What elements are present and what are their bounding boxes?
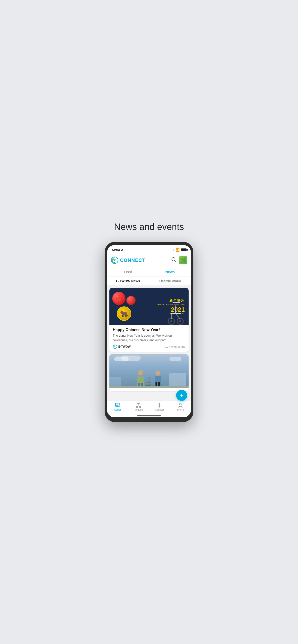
navigation-arrow-icon (121, 248, 123, 252)
author-logo-icon (113, 344, 117, 349)
svg-point-32 (180, 403, 181, 405)
tab-feed[interactable]: Feed (107, 267, 149, 276)
svg-point-30 (139, 406, 140, 408)
svg-rect-29 (137, 406, 140, 406)
phone-screen: 13:54 📶 (107, 245, 191, 417)
scooter-icon (136, 402, 141, 408)
battery-icon (181, 248, 187, 251)
author-name: E-TWOW (118, 345, 130, 348)
cloud-decor-2 (121, 356, 140, 361)
cny-decorations: 🔴 (112, 292, 135, 305)
svg-point-15 (180, 321, 181, 322)
nav-item-social[interactable]: Social (107, 402, 128, 411)
status-icons: 📶 (173, 248, 187, 252)
news-card-cny: 🔴 🐂 新年快乐 HAPPY CHINESE NEW YEAR 2021 (109, 288, 189, 352)
card-image-cny: 🔴 🐂 新年快乐 HAPPY CHINESE NEW YEAR 2021 (109, 288, 189, 325)
tab-electric-world[interactable]: Electric World (149, 276, 191, 285)
nav-item-connect[interactable]: Connect (149, 402, 170, 411)
ox-icon: 🐂 (117, 306, 131, 321)
home-bar (137, 416, 161, 416)
home-indicator (107, 414, 191, 417)
signal-dot-icon (173, 250, 174, 250)
nav-label-social: Social (114, 408, 121, 411)
nav-label-connect: Connect (155, 408, 164, 411)
wifi-icon: 📶 (175, 248, 180, 252)
bottom-nav: Social Products (107, 401, 191, 414)
social-icon (115, 402, 120, 408)
svg-rect-23 (115, 403, 120, 406)
person-1 (137, 370, 144, 388)
avatar[interactable]: 🌿 (179, 256, 187, 264)
card-time-cny: 10 month(s) ago (165, 345, 185, 348)
card-image-people (109, 354, 189, 391)
svg-rect-14 (171, 314, 174, 314)
nav-item-products[interactable]: Products (128, 402, 149, 411)
main-tabs: Feed News (107, 267, 191, 276)
fab-container: + (107, 394, 191, 401)
status-time: 13:54 (111, 248, 123, 252)
svg-point-31 (136, 406, 138, 408)
content-area: 🔴 🐂 新年快乐 HAPPY CHINESE NEW YEAR 2021 (107, 285, 191, 394)
card-meta-cny: E-TWOW 10 month(s) ago (113, 344, 185, 349)
bluetooth-icon (157, 402, 162, 408)
cloud-decor-3 (169, 357, 181, 361)
people-background (109, 354, 189, 388)
honeycomb-ball-small (126, 296, 135, 305)
nav-label-products: Products (134, 408, 143, 411)
page-title: News and events (114, 222, 184, 232)
svg-point-11 (170, 320, 172, 322)
person-icon (178, 402, 183, 408)
status-bar: 13:54 📶 (107, 245, 191, 254)
sub-tabs: E-TWOW News Electric World (107, 276, 191, 285)
card-title-cny: Happy Chinese New Year! (113, 328, 185, 332)
app-header: CONNECT 🌿 (107, 254, 191, 267)
cny-background: 🔴 🐂 新年快乐 HAPPY CHINESE NEW YEAR 2021 (109, 288, 189, 325)
avatar-image: 🌿 (180, 257, 186, 263)
nav-item-profile[interactable]: Profile (170, 402, 191, 411)
scooter-svg (167, 300, 185, 325)
card-author-cny: E-TWOW (113, 344, 130, 349)
svg-marker-0 (121, 248, 123, 251)
svg-line-5 (175, 302, 176, 313)
tab-news[interactable]: News (149, 267, 191, 276)
logo-icon (111, 256, 118, 264)
svg-line-27 (138, 404, 138, 406)
header-actions: 🌿 (171, 256, 187, 264)
person-2 (155, 371, 161, 388)
svg-line-12 (175, 314, 180, 319)
svg-rect-20 (147, 382, 152, 383)
nav-label-profile: Profile (177, 408, 184, 411)
ground-decor (109, 386, 189, 388)
scooter-illustration (167, 298, 186, 325)
news-card-people (109, 354, 189, 391)
svg-line-18 (149, 377, 149, 382)
time-display: 13:54 (111, 248, 120, 252)
svg-line-4 (175, 260, 176, 262)
honeycomb-ball-large: 🔴 (112, 292, 125, 305)
logo-text: CONNECT (120, 258, 145, 263)
building-decor (169, 373, 186, 388)
svg-point-2 (114, 260, 115, 261)
fab-add-button[interactable]: + (176, 390, 187, 401)
cny-left-decor: 🔴 🐂 (112, 292, 135, 321)
phone-frame: 13:54 📶 (105, 242, 193, 422)
search-icon[interactable] (171, 257, 177, 264)
tab-etwow-news[interactable]: E-TWOW News (107, 276, 149, 285)
people-group (137, 370, 161, 388)
card-body-cny: Happy Chinese New Year! The Lunar New Ye… (109, 325, 189, 352)
logo-area: CONNECT (111, 256, 145, 264)
svg-point-17 (114, 346, 115, 347)
card-excerpt-cny: The Lunar New Year is upon us! We wish o… (113, 334, 185, 342)
